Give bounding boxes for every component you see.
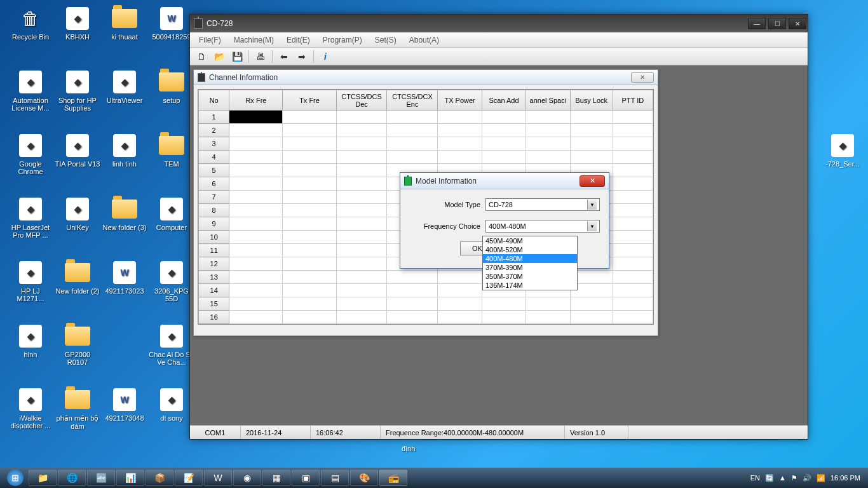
table-cell[interactable] <box>613 244 653 257</box>
row-header[interactable]: 16 <box>199 311 229 324</box>
table-cell[interactable] <box>283 177 336 191</box>
dropdown-option[interactable]: 400M-520M <box>483 245 577 254</box>
table-cell[interactable] <box>336 257 387 271</box>
menu-item[interactable]: Set(S) <box>369 36 403 44</box>
task-app1-icon[interactable]: ▦ <box>262 470 290 486</box>
task-winrar-icon[interactable]: 📦 <box>146 470 173 486</box>
frequency-choice-combo[interactable]: 400M-480M ▼ <box>485 220 600 233</box>
desktop-icon[interactable]: ◆dt sony <box>149 386 194 422</box>
table-cell[interactable] <box>613 204 653 217</box>
desktop-icon[interactable]: GP2000 R0107 <box>55 323 100 366</box>
save-button[interactable]: 💾 <box>230 50 244 64</box>
read-button[interactable]: ⬅ <box>277 50 291 64</box>
row-header[interactable]: 11 <box>199 244 229 257</box>
table-cell[interactable] <box>613 297 653 311</box>
table-cell[interactable] <box>283 151 336 164</box>
table-row[interactable]: 14 <box>199 284 653 297</box>
dropdown-option[interactable]: 350M-370M <box>483 272 577 281</box>
table-cell[interactable] <box>613 177 653 191</box>
table-cell[interactable] <box>613 137 653 151</box>
table-cell[interactable] <box>336 191 387 204</box>
table-row[interactable]: 13 <box>199 271 653 284</box>
minimize-button[interactable]: — <box>748 18 766 29</box>
frequency-dropdown-list[interactable]: 450M-490M400M-520M400M-480M370M-390M350M… <box>482 236 578 290</box>
column-header[interactable]: annel Spaci <box>526 90 570 111</box>
table-row[interactable]: 3 <box>199 137 653 151</box>
table-cell[interactable] <box>613 124 653 137</box>
table-cell[interactable] <box>283 311 336 324</box>
desktop-icon[interactable]: ◆Computer <box>149 196 194 231</box>
row-header[interactable]: 13 <box>199 271 229 284</box>
desktop-icon[interactable]: ◆Chac Ai Do Se Ve Cha... <box>149 323 194 366</box>
table-row[interactable]: 4 <box>199 151 653 164</box>
table-cell[interactable] <box>283 204 336 217</box>
table-cell[interactable] <box>283 257 336 271</box>
table-cell[interactable] <box>526 311 570 324</box>
table-cell[interactable] <box>613 164 653 177</box>
desktop-icon[interactable]: ki thuaat <box>102 5 147 41</box>
table-cell[interactable] <box>438 271 482 284</box>
table-cell[interactable] <box>613 111 653 124</box>
desktop-icon[interactable]: ◆Google Chrome <box>8 132 53 175</box>
print-button[interactable]: 🖶 <box>254 50 268 64</box>
open-button[interactable]: 📂 <box>212 50 226 64</box>
menu-item[interactable]: Edit(E) <box>280 36 316 44</box>
table-cell[interactable] <box>482 151 526 164</box>
table-cell[interactable] <box>336 124 387 137</box>
table-cell[interactable] <box>336 231 387 244</box>
table-cell[interactable] <box>229 297 283 311</box>
table-cell[interactable] <box>336 137 387 151</box>
table-cell[interactable] <box>336 164 387 177</box>
desktop-icon[interactable]: ◆UniKey <box>55 196 100 231</box>
table-cell[interactable] <box>336 177 387 191</box>
table-cell[interactable] <box>336 297 387 311</box>
desktop-icon[interactable]: ◆Automation License M... <box>8 69 53 112</box>
table-cell[interactable] <box>336 111 387 124</box>
table-cell[interactable] <box>387 284 438 297</box>
task-notepad-icon[interactable]: 📝 <box>175 470 203 486</box>
table-row[interactable]: 16 <box>199 311 653 324</box>
table-cell[interactable] <box>613 217 653 231</box>
table-cell[interactable] <box>438 151 482 164</box>
table-cell[interactable] <box>438 297 482 311</box>
desktop-icon[interactable]: TEM <box>149 132 194 168</box>
column-header[interactable]: TX Power <box>438 90 482 111</box>
table-cell[interactable] <box>526 111 570 124</box>
desktop-icon[interactable]: 🗑Recycle Bin <box>8 5 53 41</box>
table-cell[interactable] <box>283 124 336 137</box>
dropdown-option[interactable]: 136M-174M <box>483 281 577 290</box>
column-header[interactable]: No <box>199 90 229 111</box>
menu-item[interactable]: Program(P) <box>316 36 369 44</box>
info-button[interactable]: i <box>318 50 332 64</box>
dropdown-option[interactable]: 370M-390M <box>483 263 577 272</box>
row-header[interactable]: 7 <box>199 191 229 204</box>
new-button[interactable]: 🗋 <box>194 50 208 64</box>
table-cell[interactable] <box>229 271 283 284</box>
table-cell[interactable] <box>283 137 336 151</box>
table-cell[interactable] <box>229 191 283 204</box>
row-header[interactable]: 4 <box>199 151 229 164</box>
table-row[interactable]: 1 <box>199 111 653 124</box>
tray-up-icon[interactable]: ▲ <box>779 474 786 482</box>
desktop-icon[interactable]: ◆TIA Portal V13 <box>55 132 100 168</box>
table-cell[interactable] <box>526 124 570 137</box>
desktop-icon[interactable]: ◆linh tinh <box>102 132 147 168</box>
table-cell[interactable] <box>526 137 570 151</box>
table-cell[interactable] <box>570 124 613 137</box>
table-cell[interactable] <box>283 164 336 177</box>
close-button[interactable]: ✕ <box>789 18 806 29</box>
tray-flag-icon[interactable]: ⚑ <box>791 474 797 482</box>
desktop-icon[interactable]: phần mền bộ đàm <box>55 386 100 430</box>
desktop-icon[interactable]: ◆3206_KPG 55D <box>149 259 194 302</box>
table-cell[interactable] <box>482 111 526 124</box>
table-cell[interactable] <box>387 137 438 151</box>
desktop-icon[interactable]: W4921173023 <box>102 259 147 295</box>
table-cell[interactable] <box>570 151 613 164</box>
table-cell[interactable] <box>229 151 283 164</box>
desktop-icon[interactable]: ◆iWalkie dispatcher ... <box>8 386 53 430</box>
row-header[interactable]: 12 <box>199 257 229 271</box>
titlebar[interactable]: CD-728 — ☐ ✕ <box>190 15 808 32</box>
desktop-icon[interactable]: W4921173048 <box>102 386 147 422</box>
channel-close-button[interactable]: ✕ <box>631 72 654 83</box>
table-cell[interactable] <box>283 231 336 244</box>
